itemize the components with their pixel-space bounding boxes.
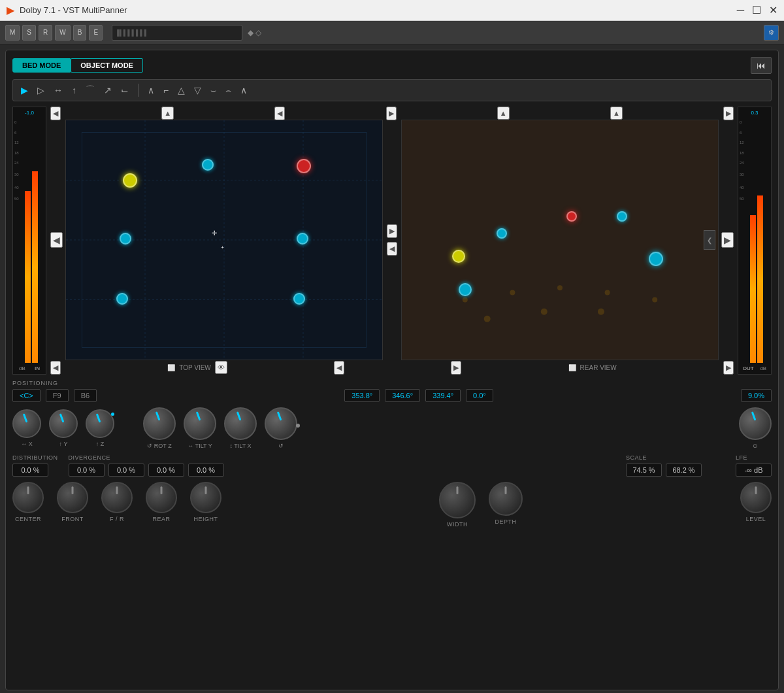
nav-up-1[interactable]: ▲ [161,107,174,120]
divergence-val-4[interactable]: 0.0 % [188,464,224,477]
x-knob[interactable] [12,409,41,438]
toolbar-btn-w[interactable]: W [55,25,70,41]
height-knob[interactable] [190,482,221,513]
toolbar-btn-b[interactable]: B [73,25,87,41]
progress-bar: ▐▌▌▌▌▌▌▌ [112,25,242,41]
nav-up-2[interactable]: ▲ [497,107,510,120]
speaker-dot-cyan-4[interactable] [116,293,128,305]
shape-6[interactable]: ⌢ [223,84,234,97]
eye-icon[interactable]: 👁 [215,361,227,374]
tilt-x-knob[interactable] [224,407,257,440]
tilt-y-knob[interactable] [184,407,216,440]
rot-knob[interactable] [265,407,297,440]
speaker-dot-cyan-1[interactable] [202,159,214,171]
shape-3[interactable]: △ [175,84,188,97]
nav-left-1[interactable]: ◀ [50,107,61,120]
shape-5[interactable]: ⌣ [208,84,219,97]
scale-knob[interactable] [739,407,772,440]
depth-knob-group: DEPTH [489,482,523,525]
z-knob[interactable] [86,409,114,438]
scale-val-1[interactable]: 74.5 % [626,464,662,477]
rear-speaker-red[interactable] [566,211,577,222]
y-label: ↑ Y [59,441,68,447]
nav-down-right[interactable]: ▶ [723,361,734,375]
auto-snap[interactable]: ⌙ [118,84,131,97]
speaker-dot-yellow-1[interactable] [123,173,137,188]
rear-knob[interactable] [146,482,177,513]
nav-down-left[interactable]: ◀ [50,361,61,375]
toolbar-btn-m[interactable]: M [5,25,20,41]
shape-7[interactable]: ∧ [238,84,250,97]
fr-knob-group: F / R [101,482,133,522]
rear-speaker-cyan-3[interactable] [649,252,663,266]
fr-knob[interactable] [101,482,133,513]
top-nav: ◀ ▲ ◀ ▶ ▲ ▲ ▶ [50,107,734,120]
rear-view-scroll[interactable]: ❮ [704,230,715,250]
scale-6: 6 [14,130,24,137]
right-arrow-area: ▶ [721,120,734,360]
depth-knob[interactable] [489,482,523,516]
view-nav-left[interactable]: ◀ [50,232,63,248]
shape-1[interactable]: ∧ [145,84,157,97]
reset-button[interactable]: ⏮ [751,57,772,74]
scale-val-2[interactable]: 68.2 % [666,464,702,477]
speaker-dot-cyan-5[interactable] [293,293,305,305]
maximize-button[interactable]: ☐ [752,4,761,16]
mid-right[interactable]: ▶ [387,224,397,238]
minimize-button[interactable]: ─ [737,4,744,16]
bed-mode-button[interactable]: BED MODE [12,58,71,73]
rear-speaker-cyan-4[interactable] [459,283,472,296]
rot-z-val[interactable]: 353.8° [344,389,380,402]
divergence-val-2[interactable]: 0.0 % [108,464,144,477]
nav-down-mid1[interactable]: ◀ [334,361,344,375]
auto-line[interactable]: ↗ [101,84,114,97]
speaker-dot-red-1[interactable] [297,159,311,173]
view-nav-right[interactable]: ▶ [721,232,734,248]
nav-up-3[interactable]: ▲ [610,107,623,120]
f9-btn[interactable]: F9 [46,389,69,402]
rear-speaker-cyan-1[interactable] [497,228,507,239]
top-view-grid [66,120,382,360]
toolbar-btn-r[interactable]: R [39,25,52,41]
nav-fwd-1[interactable]: ▶ [386,107,397,120]
top-view-panel: ✛ + [65,120,383,360]
mid-left[interactable]: ◀ [387,242,397,256]
toolbar-btn-e[interactable]: E [89,25,103,41]
out-scale-24: 24 [740,160,749,167]
scale-val[interactable]: 9.0% [741,389,772,402]
y-knob[interactable] [49,409,78,438]
channel-btn[interactable]: <C> [12,389,41,402]
out-peak-value: 0.3 [751,110,758,116]
toolbar-btn-s[interactable]: S [22,25,36,41]
tilt-y-val[interactable]: 346.6° [385,389,420,402]
auto-select[interactable]: ▶ [18,84,31,97]
width-knob[interactable] [439,482,476,518]
shape-2[interactable]: ⌐ [161,84,171,97]
lfe-value[interactable]: -∞ dB [736,464,772,477]
rot-z-knob[interactable] [143,407,176,440]
divergence-val-1[interactable]: 0.0 % [69,464,105,477]
rear-speaker-yellow[interactable] [452,250,465,263]
rot-c-val[interactable]: 0.0° [466,389,493,402]
auto-curve[interactable]: ⌒ [83,83,97,97]
scale-40: 40 [14,185,24,192]
mode-bar: BED MODE OBJECT MODE ⏮ [12,57,772,74]
tilt-x-val[interactable]: 339.4° [425,389,461,402]
close-button[interactable]: ✕ [769,4,777,16]
front-knob[interactable] [57,482,88,513]
nav-right-1[interactable]: ▶ [723,107,734,120]
nav-down-mid2[interactable]: ▶ [451,361,461,375]
auto-up[interactable]: ↑ [69,84,79,97]
level-knob[interactable] [740,482,772,513]
center-knob[interactable] [12,482,44,513]
divergence-val-3[interactable]: 0.0 % [148,464,184,477]
distribution-value[interactable]: 0.0 % [12,464,48,477]
object-mode-button[interactable]: OBJECT MODE [71,58,143,73]
nav-left-2[interactable]: ◀ [274,107,285,120]
shape-4[interactable]: ▽ [191,84,204,97]
options-button[interactable]: ⚙ [764,25,779,41]
svg-point-17 [598,309,604,315]
auto-loop[interactable]: ↔ [51,84,65,97]
auto-play[interactable]: ▷ [35,84,47,97]
b6-btn[interactable]: B6 [74,389,97,402]
